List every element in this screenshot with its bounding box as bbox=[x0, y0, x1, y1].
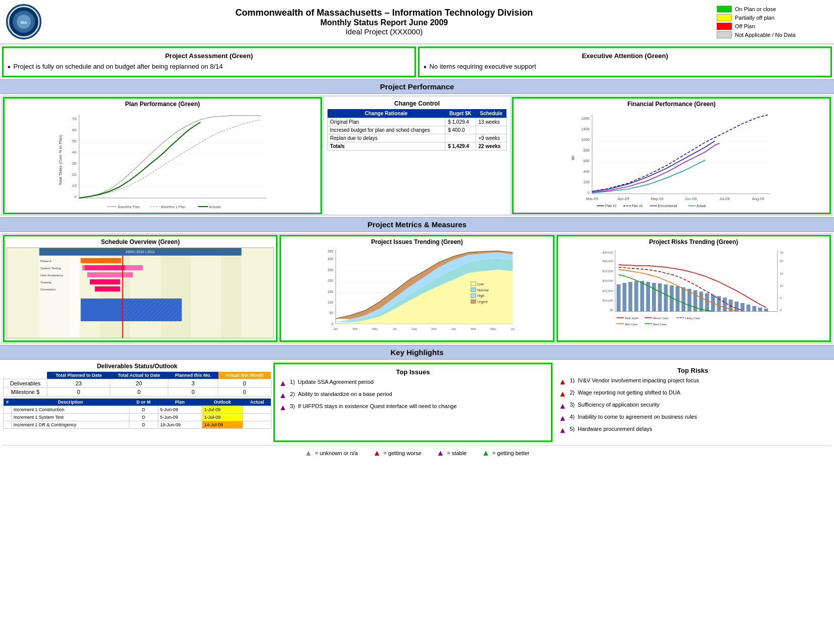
issues-trending-panel: Project Issues Trending (Green) 0 50 100… bbox=[280, 235, 554, 342]
cc-rationale-2: Incresed budget for plan and sched chang… bbox=[328, 126, 445, 134]
risk-num-5: 5) bbox=[570, 426, 575, 432]
detail-dom-2: D bbox=[129, 414, 158, 421]
detail-num-2 bbox=[4, 414, 12, 421]
legend: On Plan or close Partially off plan Off … bbox=[717, 6, 828, 38]
svg-text:Risk Index: Risk Index bbox=[625, 317, 638, 320]
svg-text:Plan #2: Plan #2 bbox=[631, 204, 643, 208]
svg-rect-151 bbox=[717, 296, 721, 311]
legend-red-label: Off Plan bbox=[735, 23, 755, 29]
svg-text:400: 400 bbox=[583, 169, 590, 174]
legend-gray-box bbox=[717, 31, 732, 38]
issue-arrow-2: ▲ bbox=[279, 391, 287, 400]
cc-header-rationale: Change Rationale bbox=[328, 109, 445, 118]
top-risks-panel: Top Risks ▲ 1) IV&V Vendor involvement i… bbox=[554, 363, 831, 442]
svg-rect-154 bbox=[734, 302, 738, 311]
risk-num-2: 2) bbox=[570, 389, 575, 395]
svg-text:Total Tasks (Cum % to Plan): Total Tasks (Cum % to Plan) bbox=[58, 135, 63, 186]
svg-text:60: 60 bbox=[72, 128, 77, 132]
legend-gray: Not Applicable / No Data bbox=[717, 31, 828, 38]
header: MA Commonwealth of Massachusetts – Infor… bbox=[0, 0, 834, 44]
issue-arrow-3: ▲ bbox=[279, 403, 287, 412]
svg-rect-152 bbox=[723, 298, 727, 311]
project-performance-header: Project Performance bbox=[0, 79, 834, 94]
detail-dom-3: D bbox=[129, 421, 158, 429]
project-metrics-header: Project Metrics & Measures bbox=[0, 217, 834, 232]
deliv-label-1: Deliverables bbox=[4, 379, 48, 388]
svg-text:Jul-09: Jul-09 bbox=[719, 196, 730, 201]
detail-outlook-2: 1-Jul-09 bbox=[202, 414, 243, 421]
issue-text-2: Ability to standardize on a base period bbox=[298, 391, 392, 397]
svg-rect-71 bbox=[81, 258, 121, 263]
svg-text:1800: 1800 bbox=[581, 116, 590, 121]
deliv-actual-mo-1: 0 bbox=[218, 379, 271, 388]
worse-label: = getting worse bbox=[384, 450, 422, 456]
svg-rect-159 bbox=[764, 309, 768, 312]
title-line2: Monthly Status Report June 2009 bbox=[52, 18, 717, 27]
metrics-panels: Schedule Overview (Green) 2009 | 2010 | … bbox=[1, 233, 833, 344]
cc-header-schedule: Schedule bbox=[476, 109, 506, 118]
svg-text:20: 20 bbox=[780, 260, 783, 263]
detail-actual-3 bbox=[243, 421, 271, 429]
legend-green-box bbox=[717, 6, 732, 13]
svg-text:0: 0 bbox=[74, 194, 77, 199]
detail-header-plan: Plan bbox=[158, 399, 202, 406]
detail-header-num: # bbox=[4, 399, 12, 406]
svg-text:Jan: Jan bbox=[451, 327, 456, 330]
better-label: = getting better bbox=[492, 450, 530, 456]
svg-text:Baseline Plan: Baseline Plan bbox=[118, 205, 140, 209]
plan-performance-title: Plan Performance (Green) bbox=[7, 101, 318, 108]
svg-text:20: 20 bbox=[72, 172, 77, 177]
detail-actual-1 bbox=[243, 406, 271, 414]
deliv-header-actual-mo: Actual this Month bbox=[218, 372, 271, 379]
risk-num-1: 1) bbox=[570, 377, 575, 383]
svg-text:Training: Training bbox=[40, 281, 51, 284]
issue-item-2: ▲ 2) Ability to standardize on a base pe… bbox=[279, 391, 547, 400]
deliv-actual-2: 0 bbox=[110, 388, 168, 397]
svg-text:Best Case: Best Case bbox=[653, 323, 667, 326]
cc-rationale-3: Replan due to delays bbox=[328, 134, 445, 142]
svg-text:Conversion: Conversion bbox=[40, 288, 56, 291]
title-line3: Ideal Project (XXX000) bbox=[52, 27, 717, 36]
svg-rect-145 bbox=[681, 287, 685, 312]
risks-trending-panel: Project Risks Trending (Green) $0 $10,00… bbox=[557, 235, 831, 342]
deliv-header-actual: Total Actual to Date bbox=[110, 372, 168, 379]
deliv-planned-1: 23 bbox=[47, 379, 110, 388]
svg-text:Low: Low bbox=[478, 282, 484, 286]
change-control-table: Change Rationale Buget $K Schedule Origi… bbox=[327, 109, 507, 151]
deliv-header-planned-mo: Planned this Mo. bbox=[168, 372, 218, 379]
assessment-text: Project is fully on schedule and on budg… bbox=[14, 63, 223, 72]
svg-rect-148 bbox=[699, 292, 703, 312]
risks-chart: $0 $10,000 $15,000 $20,000 $25,000 $30,0… bbox=[560, 247, 827, 338]
deliverables-summary-table: Total Planned to Date Total Actual to Da… bbox=[3, 372, 271, 397]
svg-rect-135 bbox=[622, 283, 626, 311]
risk-arrow-3: ▲ bbox=[559, 402, 567, 411]
legend-gray-label: Not Applicable / No Data bbox=[735, 32, 796, 38]
legend-yellow-label: Partially off plan bbox=[735, 15, 774, 21]
svg-text:$30,000: $30,000 bbox=[603, 260, 614, 263]
unknown-label: = unknown or n/a bbox=[315, 450, 358, 456]
detail-num-1 bbox=[4, 406, 12, 414]
risk-num-3: 3) bbox=[570, 402, 575, 408]
svg-rect-141 bbox=[658, 283, 662, 311]
svg-rect-144 bbox=[675, 286, 679, 312]
svg-rect-136 bbox=[628, 282, 632, 311]
svg-text:$10,000: $10,000 bbox=[603, 299, 614, 302]
svg-text:Encumbered: Encumbered bbox=[658, 204, 677, 208]
cc-budget-1: $ 1,029.4 bbox=[445, 118, 476, 126]
legend-green-label: On Plan or close bbox=[735, 6, 776, 12]
risk-num-4: 4) bbox=[570, 414, 575, 420]
cc-rationale-4: Totals bbox=[328, 142, 445, 151]
issues-chart: 0 50 100 150 200 250 300 350 bbox=[283, 247, 550, 338]
svg-rect-157 bbox=[752, 306, 756, 312]
risk-item-5: ▲ 5) Hardware procurement delays bbox=[559, 426, 827, 435]
deliverables-title: Deliverables Status/Outlook bbox=[3, 363, 271, 370]
deliv-actual-mo-2: 0 bbox=[218, 388, 271, 397]
svg-rect-63 bbox=[161, 256, 191, 338]
svg-text:$20,000: $20,000 bbox=[603, 279, 614, 282]
detail-actual-2 bbox=[243, 414, 271, 421]
cc-header-budget: Buget $K bbox=[445, 109, 476, 118]
svg-text:$40,000: $40,000 bbox=[603, 251, 614, 254]
deliv-summary-row-2: Milestone $ 0 0 0 0 bbox=[4, 388, 271, 397]
svg-text:Normal: Normal bbox=[478, 288, 489, 292]
svg-text:Mar: Mar bbox=[471, 327, 476, 330]
